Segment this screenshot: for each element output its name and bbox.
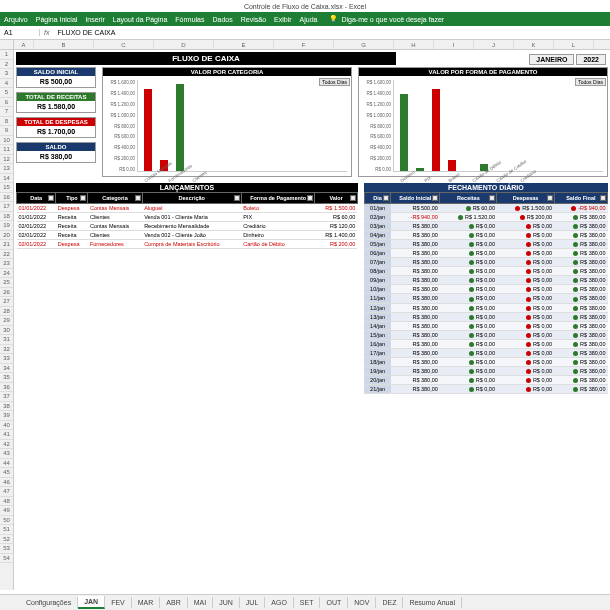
sheet-tab[interactable]: AGO: [265, 597, 294, 608]
ribbon-tab-ajuda[interactable]: Ajuda: [300, 16, 318, 23]
row-header[interactable]: 21: [0, 240, 13, 250]
sheet-tab[interactable]: MAI: [188, 597, 213, 608]
row-header[interactable]: 44: [0, 459, 13, 469]
table-row[interactable]: 17/janR$ 380,00R$ 0,00R$ 0,00R$ 380,00: [364, 348, 607, 357]
column-header[interactable]: C: [94, 40, 154, 49]
ribbon-tab-exibir[interactable]: Exibir: [274, 16, 292, 23]
filter-dropdown-icon[interactable]: ▾: [489, 195, 495, 201]
row-header[interactable]: 51: [0, 525, 13, 535]
sheet-tab[interactable]: FEV: [105, 597, 132, 608]
row-header[interactable]: 46: [0, 478, 13, 488]
sheet-tab[interactable]: MAR: [132, 597, 161, 608]
row-header[interactable]: 10: [0, 136, 13, 146]
row-header[interactable]: 7: [0, 107, 13, 117]
ribbon-tab-layout[interactable]: Layout da Página: [113, 16, 168, 23]
filter-dropdown-icon[interactable]: ▾: [48, 195, 54, 201]
month-selector[interactable]: JANEIRO: [529, 54, 574, 65]
table-header[interactable]: Despesas▾: [497, 193, 554, 204]
column-header[interactable]: I: [434, 40, 474, 49]
filter-dropdown-icon[interactable]: ▾: [600, 195, 606, 201]
table-row[interactable]: 01/janR$ 500,00R$ 60,00R$ 1.500,00-R$ 94…: [364, 204, 607, 213]
formula-input[interactable]: FLUXO DE CAIXA: [53, 29, 610, 36]
table-row[interactable]: 04/janR$ 380,00R$ 0,00R$ 0,00R$ 380,00: [364, 231, 607, 240]
row-header[interactable]: 52: [0, 535, 13, 545]
chart-valor-pagamento[interactable]: VALOR POR FORMA DE PAGAMENTO Todos Dias …: [358, 67, 608, 177]
row-header[interactable]: 31: [0, 335, 13, 345]
row-header[interactable]: 48: [0, 497, 13, 507]
row-header[interactable]: 14: [0, 174, 13, 184]
table-header[interactable]: Saldo Inicial▾: [391, 193, 440, 204]
row-header[interactable]: 27: [0, 297, 13, 307]
table-row[interactable]: 18/janR$ 380,00R$ 0,00R$ 0,00R$ 380,00: [364, 357, 607, 366]
table-row[interactable]: 02/01/2022ReceitaContas MensaisRecebimen…: [17, 222, 358, 231]
table-row[interactable]: 08/janR$ 380,00R$ 0,00R$ 0,00R$ 380,00: [364, 267, 607, 276]
row-header[interactable]: 11: [0, 145, 13, 155]
fx-icon[interactable]: fx: [40, 29, 53, 36]
row-header[interactable]: 3: [0, 69, 13, 79]
column-header[interactable]: D: [154, 40, 214, 49]
filter-dropdown-icon[interactable]: ▾: [80, 195, 86, 201]
row-header[interactable]: 18: [0, 212, 13, 222]
row-header[interactable]: 43: [0, 449, 13, 459]
row-header[interactable]: 54: [0, 554, 13, 564]
row-header[interactable]: 22: [0, 250, 13, 260]
table-header[interactable]: Categoria▾: [88, 193, 142, 204]
row-header[interactable]: 39: [0, 411, 13, 421]
row-header[interactable]: 25: [0, 278, 13, 288]
filter-dropdown-icon[interactable]: ▾: [547, 195, 553, 201]
row-header[interactable]: 29: [0, 316, 13, 326]
sheet-tab[interactable]: Configurações: [20, 597, 78, 608]
row-header[interactable]: 15: [0, 183, 13, 193]
table-row[interactable]: 02/01/2022ReceitaClientesVenda 002 - Cli…: [17, 231, 358, 240]
table-row[interactable]: 15/janR$ 380,00R$ 0,00R$ 0,00R$ 380,00: [364, 330, 607, 339]
row-header[interactable]: 40: [0, 421, 13, 431]
table-row[interactable]: 05/janR$ 380,00R$ 0,00R$ 0,00R$ 380,00: [364, 240, 607, 249]
name-box[interactable]: A1: [0, 29, 40, 36]
row-header[interactable]: 20: [0, 231, 13, 241]
row-header[interactable]: 49: [0, 506, 13, 516]
tell-me[interactable]: 💡 Diga-me o que você deseja fazer: [329, 15, 444, 23]
row-header[interactable]: 26: [0, 288, 13, 298]
sheet-tab[interactable]: JUL: [240, 597, 265, 608]
table-row[interactable]: 20/janR$ 380,00R$ 0,00R$ 0,00R$ 380,00: [364, 375, 607, 384]
row-header[interactable]: 47: [0, 487, 13, 497]
row-header[interactable]: 41: [0, 430, 13, 440]
row-header[interactable]: 37: [0, 392, 13, 402]
table-row[interactable]: 02/jan-R$ 940,00R$ 1.520,00R$ 200,00R$ 3…: [364, 213, 607, 222]
row-header[interactable]: 38: [0, 402, 13, 412]
table-header[interactable]: Forma de Pagamento▾: [241, 193, 315, 204]
table-row[interactable]: 03/janR$ 380,00R$ 0,00R$ 0,00R$ 380,00: [364, 222, 607, 231]
sheet-tab[interactable]: JAN: [78, 596, 105, 609]
table-row[interactable]: 06/janR$ 380,00R$ 0,00R$ 0,00R$ 380,00: [364, 249, 607, 258]
ribbon-tab-dados[interactable]: Dados: [213, 16, 233, 23]
ribbon-tab-arquivo[interactable]: Arquivo: [4, 16, 28, 23]
table-header[interactable]: Tipo▾: [56, 193, 88, 204]
sheet-tab[interactable]: JUN: [213, 597, 240, 608]
row-header[interactable]: 2: [0, 60, 13, 70]
table-row[interactable]: 10/janR$ 380,00R$ 0,00R$ 0,00R$ 380,00: [364, 285, 607, 294]
row-header[interactable]: 4: [0, 79, 13, 89]
row-header[interactable]: 45: [0, 468, 13, 478]
row-header[interactable]: 23: [0, 259, 13, 269]
column-header[interactable]: H: [394, 40, 434, 49]
sheet-tab[interactable]: SET: [294, 597, 321, 608]
row-header[interactable]: 28: [0, 307, 13, 317]
sheet-tab[interactable]: OUT: [320, 597, 348, 608]
worksheet[interactable]: FLUXO DE CAIXA JANEIRO 2022 SALDO INICIA…: [14, 50, 610, 590]
table-row[interactable]: 01/01/2022DespesaContas MensaisAluguelBo…: [17, 204, 358, 213]
filter-dropdown-icon[interactable]: ▾: [307, 195, 313, 201]
row-header[interactable]: 34: [0, 364, 13, 374]
filter-dropdown-icon[interactable]: ▾: [135, 195, 141, 201]
row-header[interactable]: 33: [0, 354, 13, 364]
filter-dropdown-icon[interactable]: ▾: [383, 195, 389, 201]
table-header[interactable]: Receitas▾: [440, 193, 497, 204]
table-row[interactable]: 11/janR$ 380,00R$ 0,00R$ 0,00R$ 380,00: [364, 294, 607, 303]
table-header[interactable]: Descrição▾: [142, 193, 241, 204]
column-header[interactable]: L: [554, 40, 594, 49]
table-row[interactable]: 21/janR$ 380,00R$ 0,00R$ 0,00R$ 380,00: [364, 384, 607, 393]
chart-valor-categoria[interactable]: VALOR POR CATEGORIA Todos Dias R$ 1.600,…: [102, 67, 352, 177]
column-header[interactable]: K: [514, 40, 554, 49]
row-header[interactable]: 16: [0, 193, 13, 203]
table-row[interactable]: 02/01/2022DespesaFornecedoresCompra de M…: [17, 240, 358, 249]
row-header[interactable]: 35: [0, 373, 13, 383]
